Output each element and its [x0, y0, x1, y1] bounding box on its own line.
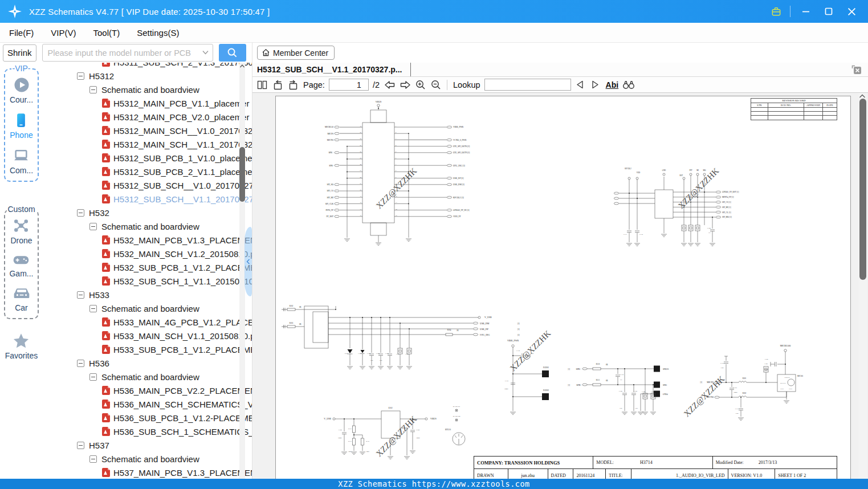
menu-file[interactable]: File(F)	[9, 28, 34, 38]
member-center-button[interactable]: Member Center	[257, 46, 335, 60]
tree-group[interactable]: Schematic and boardview	[43, 83, 252, 96]
tree-file[interactable]: H5312_SUB_SCH__V1.0_20170327.	[43, 178, 252, 192]
collapse-toggle-icon[interactable]	[77, 360, 84, 367]
sidebar-item-drone[interactable]: Drone	[10, 217, 32, 245]
custom-group: Custom Drone	[4, 209, 39, 319]
match-case-toggle[interactable]: Abi	[606, 80, 619, 89]
svg-text:R113: R113	[348, 441, 352, 442]
collapse-toggle-icon[interactable]	[77, 72, 84, 80]
modified-cell: Modified Date: 2017/3/13	[713, 457, 837, 468]
scroll-up-icon[interactable]	[858, 93, 866, 99]
menu-tool[interactable]: Tool(T)	[93, 28, 120, 38]
tree-file[interactable]: H532_MAIN_PCB_V1.3_PLACEMEN	[43, 233, 252, 247]
rotate-right-button[interactable]	[287, 79, 299, 91]
tree-file[interactable]: H536_MAIN_PCB_V2.2_PLACEMEN	[43, 384, 252, 397]
maximize-button[interactable]	[821, 4, 836, 19]
prev-page-button[interactable]	[384, 79, 396, 91]
chevron-down-icon[interactable]	[202, 50, 209, 55]
collapse-toggle-icon[interactable]	[77, 209, 84, 217]
shrink-button[interactable]: Shrink	[3, 44, 36, 62]
tree-file[interactable]: H533_SUB_PCB_1_V1.2_PLACEMEI	[43, 343, 252, 356]
svg-text:19: 19	[360, 195, 362, 197]
minimize-button[interactable]	[798, 4, 813, 19]
lookup-input[interactable]	[484, 79, 571, 91]
menu-vip[interactable]: VIP(V)	[51, 28, 76, 38]
sidebar-item-game[interactable]: Gam...	[9, 252, 33, 278]
tree-group[interactable]: H5312	[43, 69, 252, 83]
svg-text:MARK102: MARK102	[453, 415, 461, 417]
sidebar-item-phone[interactable]: Phone	[10, 112, 32, 140]
title-label: TITLE:	[606, 469, 631, 479]
sidebar-item-car[interactable]: Car	[13, 286, 31, 312]
pdf-icon	[102, 126, 110, 135]
tree-file[interactable]: H532_SUB_SCH_1_V1.1_20150810.	[43, 274, 252, 288]
tree-file[interactable]: H5311_SUB_SCH_2_V1.3_2017060.	[43, 63, 252, 69]
collapse-toggle-icon[interactable]	[77, 291, 84, 299]
svg-text:SPK201: SPK201	[663, 368, 669, 370]
tree-file[interactable]: H5312_MAIN_SCH__V1.1_2017032	[43, 137, 252, 151]
collapse-toggle-icon[interactable]	[77, 442, 84, 449]
tree-file[interactable]: H533_MAIN_SCH_V1.1_20150810.p	[43, 329, 252, 343]
collapse-toggle-icon[interactable]	[89, 305, 97, 312]
tree-group[interactable]: Schematic and boardview	[43, 219, 252, 233]
find-prev-button[interactable]	[574, 79, 586, 91]
briefcase-icon[interactable]	[771, 6, 782, 17]
tree-item-label: H5312_SUB_SCH__V1.0_20170327.	[113, 181, 252, 190]
tree-group[interactable]: Schematic and boardview	[43, 370, 252, 384]
tree-file[interactable]: H536_SUB_PCB_1_V1.2-PLACEMEI	[43, 411, 252, 425]
collapse-toggle-icon[interactable]	[89, 223, 97, 230]
tree-file[interactable]: H536_MAIN_SCH_SCHEMATICS_V	[43, 397, 252, 411]
find-next-button[interactable]	[589, 79, 602, 91]
document-tab[interactable]: H5312_SUB_SCH__V1.1_20170327.p...	[252, 63, 411, 76]
tree-file[interactable]: H532_MAIN_SCH_V1.2_20150810.p	[43, 247, 252, 260]
close-tab-button[interactable]	[851, 64, 862, 75]
tree-group[interactable]: H536	[43, 356, 252, 370]
collapse-toggle-icon[interactable]	[89, 455, 97, 463]
tree-file[interactable]: H5312_MAIN_PCB_V1.1_placemer	[43, 96, 252, 110]
tree-file[interactable]: H5312_MAIN_SCH__V1.0_2017032	[43, 124, 252, 137]
menu-settings[interactable]: Settings(S)	[137, 28, 179, 38]
collapse-toggle-icon[interactable]	[89, 373, 97, 381]
viewer-scroll-thumb[interactable]	[859, 99, 866, 280]
search-all-button[interactable]	[622, 79, 635, 91]
tree-file[interactable]: H5312_SUB_SCH__V1.1_20170327.	[43, 192, 252, 206]
svg-text:SPI_MI: SPI_MI	[327, 197, 334, 199]
page-number-input[interactable]	[329, 79, 369, 91]
viewer-scrollbar[interactable]	[858, 93, 867, 479]
close-button[interactable]	[844, 4, 859, 19]
pdf-toolbar: Page: /2 Lookup Abi	[252, 77, 868, 93]
tree-group[interactable]: Schematic and boardview	[43, 452, 252, 466]
tree-file[interactable]: H533_MAIN_4G_PCB_V1.2_PLACEI	[43, 315, 252, 329]
next-page-button[interactable]	[399, 79, 411, 91]
svg-text:GND: GND	[780, 388, 784, 390]
sidebar-item-computer[interactable]: Com...	[10, 147, 33, 175]
sidebar-item-favorites[interactable]: Favorites	[5, 332, 38, 360]
phone-icon	[13, 112, 30, 129]
tree-file[interactable]: H537_MAIN_PCB_V1.3_PLACEMEN	[43, 466, 252, 479]
pdf-viewer[interactable]: VBUSKPCOL2VDDGNDRSTINTMIMOC113C118C120NC…	[252, 93, 868, 479]
tree-file[interactable]: H5312_MAIN_PCB_V2.0_placemer	[43, 110, 252, 124]
tree-group[interactable]: H532	[43, 206, 252, 219]
model-search-input[interactable]	[42, 44, 213, 62]
sidebar-item-course[interactable]: Cour...	[10, 76, 33, 104]
tree-group[interactable]: Schematic and boardview	[43, 301, 252, 315]
svg-text:33pF: 33pF	[620, 408, 623, 409]
panel-collapse-handle[interactable]	[244, 227, 252, 296]
scroll-up-icon[interactable]	[239, 64, 245, 68]
rotate-left-button[interactable]	[271, 79, 284, 91]
zoom-in-button[interactable]	[414, 79, 427, 91]
search-button[interactable]	[219, 44, 246, 62]
tree-file[interactable]: H5312_SUB_PCB_2_V1.1_placemer	[43, 165, 252, 178]
tree-item-label: H532_SUB_PCB_1_V1.2_PLACEMEI	[113, 263, 252, 272]
svg-text:C112: C112	[620, 374, 624, 376]
two-page-view-button[interactable]	[256, 79, 268, 91]
collapse-toggle-icon[interactable]	[89, 86, 97, 93]
zoom-out-button[interactable]	[430, 79, 442, 91]
dated-value: 20161124	[573, 469, 606, 479]
tree-group[interactable]: H533	[43, 288, 252, 301]
tree-file[interactable]: H5312_SUB_PCB_1_V1.0_placemer	[43, 151, 252, 165]
tree-file[interactable]: H536_SUB_SCH_1_SCHEMATICS_V	[43, 425, 252, 438]
tree-scroll-thumb[interactable]	[239, 147, 245, 202]
tree-group[interactable]: H537	[43, 438, 252, 452]
tree-file[interactable]: H532_SUB_PCB_1_V1.2_PLACEMEI	[43, 260, 252, 274]
